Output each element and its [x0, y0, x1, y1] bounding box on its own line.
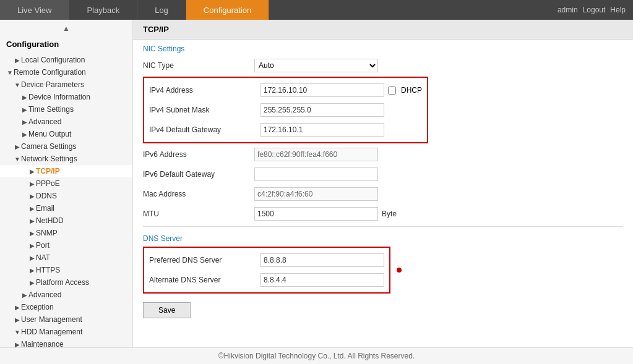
arrow-icon: ▶ — [14, 341, 21, 348]
sidebar-item-snmp[interactable]: ▶ SNMP — [0, 227, 132, 239]
tab-playback[interactable]: Playback — [69, 0, 137, 20]
ipv4-subnet-control — [261, 103, 384, 117]
arrow-icon: ▶ — [28, 205, 36, 212]
sidebar-item-nethdd[interactable]: ▶ NetHDD — [0, 214, 132, 227]
dns-server-link[interactable]: DNS Server — [133, 229, 633, 245]
sidebar-item-https[interactable]: ▶ HTTPS — [0, 264, 132, 276]
sidebar-item-pppoe[interactable]: ▶ PPPoE — [0, 177, 132, 190]
arrow-icon: ▶ — [28, 255, 36, 261]
sidebar-item-hdd-mgmt[interactable]: ▼ HDD Management — [0, 326, 132, 338]
preferred-dns-row: Preferred DNS Server — [149, 250, 384, 270]
arrow-icon: ▶ — [21, 292, 28, 298]
ipv6-gateway-control — [254, 167, 378, 181]
sidebar-item-label: DDNS — [36, 192, 57, 200]
sidebar-item-label: HDD Management — [21, 328, 82, 336]
sidebar-item-port[interactable]: ▶ Port — [0, 239, 132, 252]
sidebar-scroll-up[interactable]: ▲ — [0, 22, 132, 35]
logout-button[interactable]: Logout — [583, 6, 606, 14]
sidebar-item-label: Maintenance — [21, 340, 64, 347]
ipv6-address-control — [254, 148, 378, 161]
arrow-icon: ▼ — [14, 156, 21, 163]
username-label: admin — [558, 6, 578, 14]
sidebar-item-label: SNMP — [36, 229, 58, 237]
footer: ©Hikvision Digital Technology Co., Ltd. … — [0, 347, 633, 364]
content-area: TCP/IP NIC Settings NIC Type Auto 10M Ha… — [133, 20, 633, 347]
sidebar-item-advanced-1[interactable]: ▶ Advanced — [0, 116, 132, 128]
sidebar-item-label: Advanced — [28, 117, 61, 126]
sidebar-item-platform-access[interactable]: ▶ Platform Access — [0, 276, 132, 289]
preferred-dns-label: Preferred DNS Server — [149, 256, 261, 265]
sidebar-item-label: HTTPS — [36, 266, 60, 274]
arrow-icon: ▶ — [21, 119, 28, 125]
ipv6-address-input[interactable] — [254, 148, 378, 161]
sidebar-item-tcpip[interactable]: ▶ TCP/IP — [0, 165, 132, 177]
mac-address-label: Mac Address — [143, 190, 254, 198]
save-button[interactable]: Save — [143, 302, 191, 318]
nic-settings-link[interactable]: NIC Settings — [133, 40, 633, 56]
sidebar-item-email[interactable]: ▶ Email — [0, 202, 132, 214]
sidebar-item-local-config[interactable]: ▶ Local Configuration — [0, 54, 132, 66]
mac-address-row: Mac Address — [143, 184, 623, 204]
sidebar-item-menu-output[interactable]: ▶ Menu Output — [0, 128, 132, 140]
sidebar-item-label: User Management — [21, 315, 82, 324]
tab-log[interactable]: Log — [137, 0, 186, 20]
ipv4-gateway-input[interactable] — [261, 123, 384, 137]
sidebar-item-label: TCP/IP — [36, 167, 60, 176]
sidebar-item-camera-settings[interactable]: ▶ Camera Settings — [0, 140, 132, 153]
dhcp-checkbox[interactable] — [388, 87, 396, 95]
ipv4-subnet-row: IPv4 Subnet Mask — [149, 100, 422, 120]
ipv4-address-input[interactable] — [261, 83, 384, 97]
alternate-dns-input[interactable] — [261, 273, 384, 287]
dhcp-label: DHCP — [401, 86, 422, 95]
arrow-icon: ▶ — [14, 316, 21, 323]
sidebar-item-label: Port — [36, 241, 50, 250]
sidebar-item-advanced-2[interactable]: ▶ Advanced — [0, 289, 132, 301]
mtu-input[interactable] — [254, 207, 378, 221]
mtu-control: Byte — [254, 207, 397, 221]
sidebar-item-network-settings[interactable]: ▼ Network Settings — [0, 153, 132, 165]
preferred-dns-input[interactable] — [261, 253, 384, 267]
arrow-icon: ▼ — [14, 329, 21, 336]
arrow-icon: ▶ — [28, 168, 36, 175]
nic-type-select[interactable]: Auto 10M Half-dup 10M Full-dup 100M Half… — [254, 59, 378, 72]
sidebar-item-label: Email — [36, 204, 54, 213]
ipv6-gateway-row: IPv6 Default Gateway — [143, 164, 623, 184]
nic-type-label: NIC Type — [143, 61, 254, 70]
sidebar-item-nat[interactable]: ▶ NAT — [0, 252, 132, 264]
sidebar-item-exception[interactable]: ▶ Exception — [0, 301, 132, 313]
ipv4-subnet-input[interactable] — [261, 103, 384, 117]
sidebar-item-device-info[interactable]: ▶ Device Information — [0, 91, 132, 103]
ipv4-gateway-label: IPv4 Default Gateway — [149, 125, 261, 134]
ipv4-subnet-label: IPv4 Subnet Mask — [149, 106, 261, 114]
sidebar-item-label: Device Parameters — [21, 80, 84, 89]
tab-configuration[interactable]: Configuration — [186, 0, 269, 20]
sidebar-item-label: Remote Configuration — [14, 68, 86, 77]
arrow-icon: ▶ — [14, 57, 21, 64]
ipv4-gateway-control — [261, 123, 384, 137]
tab-live-view[interactable]: Live View — [0, 0, 69, 20]
form-section: NIC Type Auto 10M Half-dup 10M Full-dup … — [133, 56, 633, 224]
sidebar-item-remote-config[interactable]: ▼ Remote Configuration — [0, 66, 132, 78]
content-title: TCP/IP — [133, 20, 633, 40]
sidebar-item-ddns[interactable]: ▶ DDNS — [0, 190, 132, 202]
ipv6-address-row: IPv6 Address — [143, 145, 623, 164]
red-dot-indicator — [397, 268, 402, 273]
footer-text: ©Hikvision Digital Technology Co., Ltd. … — [218, 352, 415, 360]
sidebar-item-device-params[interactable]: ▼ Device Parameters — [0, 78, 132, 91]
sidebar-item-time-settings[interactable]: ▶ Time Settings — [0, 103, 132, 116]
help-button[interactable]: Help — [610, 6, 626, 14]
sidebar-item-label: Platform Access — [36, 278, 89, 287]
dns-form-section: Preferred DNS Server Alternate DNS Serve… — [133, 245, 633, 295]
ipv6-gateway-label: IPv6 Default Gateway — [143, 170, 254, 179]
ipv4-address-row: IPv4 Address DHCP — [149, 80, 422, 100]
ipv4-address-label: IPv4 Address — [149, 86, 261, 95]
sidebar-item-user-mgmt[interactable]: ▶ User Management — [0, 313, 132, 326]
ipv4-address-control: DHCP — [261, 83, 422, 97]
mac-address-input[interactable] — [254, 187, 378, 201]
user-area: admin Logout Help — [550, 0, 633, 20]
sidebar-item-maintenance[interactable]: ▶ Maintenance — [0, 338, 132, 347]
mtu-label: MTU — [143, 210, 254, 218]
sidebar-item-label: Menu Output — [28, 130, 71, 138]
ipv6-gateway-input[interactable] — [254, 167, 378, 181]
sidebar-item-label: Local Configuration — [21, 56, 85, 64]
